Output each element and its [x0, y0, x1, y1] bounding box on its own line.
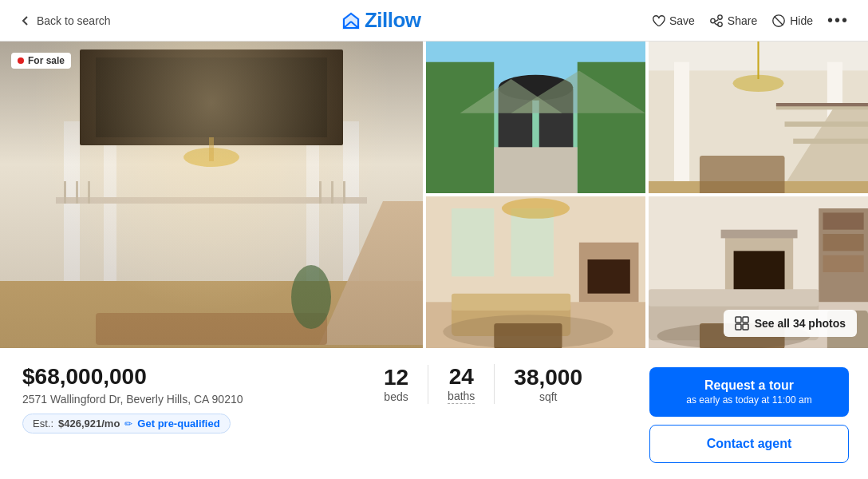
zillow-logo[interactable]: Zillow: [341, 8, 421, 33]
svg-rect-21: [331, 181, 333, 204]
logo-text: Zillow: [365, 8, 421, 33]
svg-rect-69: [823, 234, 864, 251]
svg-rect-77: [743, 317, 748, 323]
back-to-search[interactable]: Back to search: [19, 14, 111, 27]
svg-rect-40: [674, 62, 689, 193]
photo-lounge[interactable]: See all 34 photos: [649, 196, 868, 348]
staircase-photo-image: [649, 42, 868, 193]
share-button[interactable]: Share: [709, 14, 757, 28]
svg-rect-68: [823, 212, 864, 229]
photo-gate[interactable]: [426, 42, 645, 193]
living-room-photo-image: [426, 196, 645, 348]
contact-agent-label: Contact agent: [707, 437, 792, 450]
back-label: Back to search: [37, 14, 111, 27]
svg-rect-35: [494, 147, 577, 193]
svg-rect-65: [734, 251, 785, 293]
svg-point-27: [291, 265, 331, 329]
est-monthly-wrapper: Est.: $426,921/mo ✏ Get pre-qualified: [22, 414, 231, 433]
svg-rect-14: [343, 121, 359, 281]
svg-rect-66: [721, 230, 798, 239]
request-tour-sub: as early as today at 11:00 am: [662, 394, 836, 406]
contact-panel: Request a tour as early as today at 11:0…: [649, 364, 849, 463]
svg-rect-54: [511, 208, 554, 276]
contact-agent-button[interactable]: Contact agent: [649, 425, 849, 463]
header: Back to search Zillow Save Share: [0, 0, 868, 42]
more-options-button[interactable]: •••: [827, 11, 849, 30]
svg-rect-18: [76, 181, 78, 204]
property-stats: 12 beds 24 baths 38,000 sqft: [365, 364, 602, 404]
svg-rect-45: [793, 139, 868, 144]
svg-rect-53: [452, 208, 494, 276]
see-all-photos-button[interactable]: See all 34 photos: [724, 310, 857, 337]
svg-rect-70: [823, 255, 864, 272]
svg-rect-26: [96, 313, 327, 345]
hide-icon: [771, 14, 786, 28]
chevron-left-icon: [19, 14, 32, 27]
property-price: $68,000,000: [22, 364, 333, 390]
baths-value: 24: [448, 364, 475, 390]
svg-rect-15: [306, 145, 319, 281]
save-label: Save: [669, 14, 695, 27]
edit-icon: ✏: [124, 418, 132, 430]
est-label: Est.:: [33, 418, 53, 430]
svg-point-50: [733, 75, 784, 92]
main-photo-image: [0, 42, 423, 348]
svg-rect-44: [785, 121, 868, 126]
sqft-value: 38,000: [514, 365, 582, 390]
photo-interior-staircase[interactable]: [649, 42, 868, 193]
for-sale-text: For sale: [28, 55, 65, 66]
sqft-stat: 38,000 sqft: [495, 365, 602, 404]
for-sale-dot: [18, 57, 24, 64]
see-all-label: See all 34 photos: [755, 317, 846, 330]
sqft-label: sqft: [514, 390, 582, 404]
share-label: Share: [728, 14, 757, 27]
svg-rect-78: [736, 324, 741, 330]
svg-point-60: [443, 315, 613, 348]
request-tour-label: Request a tour: [704, 378, 794, 392]
svg-rect-79: [743, 324, 748, 330]
grid-icon: [735, 316, 749, 331]
svg-rect-30: [426, 62, 494, 193]
svg-rect-12: [64, 121, 80, 281]
save-button[interactable]: Save: [651, 14, 695, 28]
photo-grid: For sale: [0, 42, 868, 348]
svg-rect-20: [319, 181, 322, 204]
svg-rect-58: [452, 294, 570, 311]
request-tour-button[interactable]: Request a tour as early as today at 11:0…: [649, 367, 849, 417]
svg-rect-9: [0, 42, 423, 281]
est-monthly-value: $426,921/mo: [58, 418, 120, 430]
svg-rect-10: [80, 49, 343, 145]
hide-button[interactable]: Hide: [771, 14, 813, 28]
svg-rect-72: [649, 289, 819, 306]
pre-qualify-link[interactable]: Get pre-qualified: [137, 418, 219, 430]
svg-rect-17: [64, 181, 66, 204]
svg-line-7: [775, 16, 783, 25]
heart-icon: [651, 14, 665, 28]
beds-label: beds: [384, 390, 408, 404]
beds-value: 12: [384, 365, 408, 390]
header-actions: Save Share Hide •••: [651, 11, 849, 30]
hide-label: Hide: [790, 14, 813, 27]
svg-rect-11: [96, 57, 327, 137]
svg-rect-13: [104, 145, 116, 281]
svg-rect-25: [209, 137, 214, 161]
photo-main[interactable]: For sale: [0, 42, 423, 348]
svg-rect-19: [88, 181, 90, 204]
for-sale-badge: For sale: [11, 53, 71, 69]
property-info: $68,000,000 2571 Wallingford Dr, Beverly…: [22, 364, 333, 433]
share-icon: [709, 14, 724, 28]
svg-rect-22: [343, 181, 345, 204]
svg-rect-56: [588, 259, 630, 294]
property-address: 2571 Wallingford Dr, Beverly Hills, CA 9…: [22, 393, 333, 406]
property-section: $68,000,000 2571 Wallingford Dr, Beverly…: [0, 348, 868, 476]
baths-label: baths: [448, 390, 475, 404]
svg-point-61: [502, 198, 570, 219]
svg-point-24: [183, 148, 239, 167]
gate-photo-image: [426, 42, 645, 193]
svg-rect-76: [736, 317, 741, 323]
baths-stat: 24 baths: [428, 364, 495, 404]
svg-rect-8: [0, 265, 423, 348]
svg-marker-23: [319, 201, 423, 345]
svg-rect-16: [56, 197, 367, 204]
photo-living-room[interactable]: [426, 196, 645, 348]
